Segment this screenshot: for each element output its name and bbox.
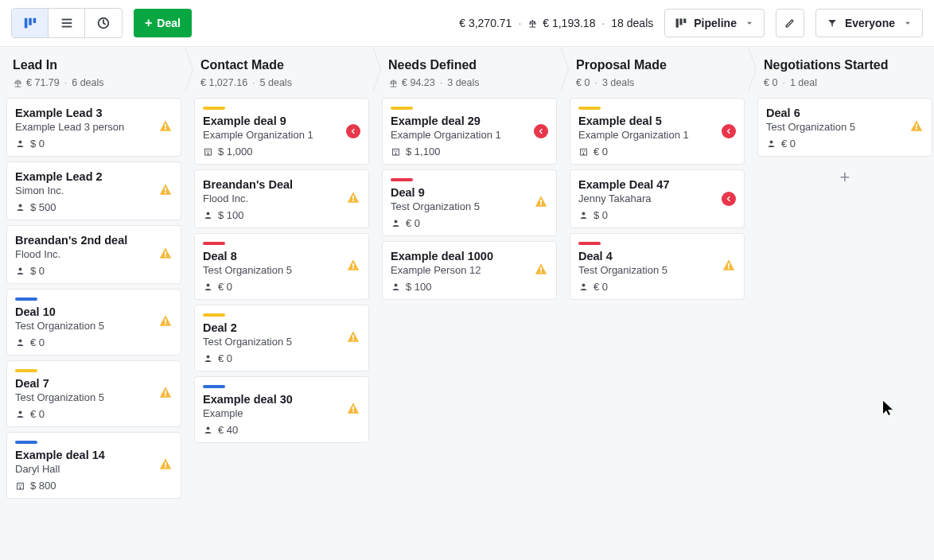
deal-amount: $ 0 — [30, 265, 45, 277]
deal-org: Test Organization 5 — [766, 121, 924, 133]
view-list-button[interactable] — [49, 9, 85, 37]
pipeline-label: Pipeline — [694, 17, 737, 29]
view-kanban-button[interactable] — [12, 9, 49, 37]
chevron-down-icon — [745, 18, 754, 28]
column-header[interactable]: Proposal Made€ 0·3 deals — [566, 47, 748, 96]
owner-label: Everyone — [845, 17, 895, 29]
deal-card[interactable]: Example deal 29Example Organization 1$ 1… — [382, 98, 557, 165]
deal-amount-row: € 0 — [203, 281, 360, 293]
deal-card[interactable]: Example Deal 47Jenny Takahara$ 0 — [570, 169, 745, 228]
person-icon — [15, 337, 25, 348]
priority-stripe — [203, 313, 225, 317]
overdue-badge[interactable] — [534, 124, 548, 138]
deal-card[interactable]: Example Lead 2Simon Inc.$ 500 — [6, 161, 181, 220]
overdue-badge[interactable] — [346, 124, 360, 138]
column-title: Needs Defined — [388, 58, 551, 72]
owner-filter[interactable]: Everyone — [815, 9, 923, 37]
deal-card[interactable]: Deal 2Test Organization 5€ 0 — [194, 305, 369, 371]
column-count: 3 deals — [602, 77, 634, 88]
deal-title: Example Lead 2 — [15, 170, 173, 183]
pipeline-column: Contact Made€ 1,027.16·5 dealsExample de… — [188, 47, 376, 560]
column-title: Lead In — [13, 58, 175, 72]
column-header[interactable]: Needs Defined€ 94.23·3 deals — [379, 47, 560, 96]
deal-amount: € 0 — [30, 408, 45, 420]
deal-org: Example Lead 3 person — [15, 121, 173, 133]
deal-title: Example deal 9 — [203, 115, 360, 127]
column-subtitle: € 0·3 deals — [576, 77, 738, 88]
add-deal-button[interactable]: + Deal — [134, 9, 192, 37]
deal-card[interactable]: Example deal 5Example Organization 1€ 0 — [570, 98, 745, 165]
edit-pipeline-button[interactable] — [776, 9, 804, 37]
deal-org: Test Organization 5 — [15, 320, 173, 332]
column-amount: € 71.79 — [26, 77, 60, 88]
deal-amount: $ 800 — [30, 480, 56, 492]
deal-card[interactable]: Example Lead 3Example Lead 3 person$ 0 — [6, 98, 181, 157]
warning-icon[interactable] — [158, 183, 173, 200]
column-header[interactable]: Contact Made€ 1,027.16·5 deals — [191, 47, 372, 96]
deal-card[interactable]: Example deal 14Daryl Hall$ 800 — [6, 432, 181, 499]
deal-org: Test Organization 5 — [203, 264, 360, 276]
deal-org: Jenny Takahara — [578, 192, 736, 204]
overdue-badge[interactable] — [722, 192, 736, 206]
warning-icon[interactable] — [909, 119, 924, 136]
priority-stripe — [15, 298, 37, 301]
scale-icon — [13, 78, 23, 88]
column-header[interactable]: Negotiations Started€ 0·1 deal — [754, 47, 934, 96]
summary-weighted: € 1,193.18 — [543, 17, 595, 29]
person-icon — [391, 282, 401, 292]
summary-total: € 3,270.71 — [459, 17, 512, 29]
warning-icon[interactable] — [346, 330, 360, 347]
deal-card[interactable]: Deal 4Test Organization 5€ 0 — [570, 233, 745, 300]
warning-icon[interactable] — [346, 402, 360, 418]
deal-title: Example deal 5 — [578, 115, 736, 127]
deal-card[interactable]: Deal 7Test Organization 5€ 0 — [6, 360, 181, 427]
deal-title: Deal 6 — [766, 107, 924, 119]
warning-icon[interactable] — [534, 262, 548, 279]
warning-icon[interactable] — [158, 386, 173, 402]
deal-amount-row: $ 100 — [391, 281, 548, 293]
view-forecast-button[interactable] — [85, 9, 122, 37]
deal-amount-row: € 0 — [15, 408, 173, 420]
add-deal-in-column[interactable]: + — [757, 161, 932, 193]
deal-amount: € 0 — [218, 281, 232, 293]
deal-card[interactable]: Deal 9Test Organization 5€ 0 — [382, 169, 557, 236]
column-count: 3 deals — [447, 77, 479, 88]
warning-icon[interactable] — [722, 259, 736, 275]
deal-title: Deal 8 — [203, 250, 360, 262]
overdue-badge[interactable] — [722, 124, 736, 138]
deal-card[interactable]: Example deal 9Example Organization 1$ 1,… — [194, 98, 369, 165]
deal-amount-row: $ 0 — [15, 138, 173, 150]
deal-card[interactable]: Deal 6Test Organization 5€ 0 — [757, 98, 932, 157]
pipeline-selector[interactable]: Pipeline — [664, 9, 765, 37]
column-cards: Example deal 9Example Organization 1$ 1,… — [191, 96, 372, 459]
toolbar: + Deal € 3,270.71 · € 1,193.18 · 18 deal… — [0, 0, 934, 47]
deal-card[interactable]: Breandan's 2nd dealFlood Inc.$ 0 — [6, 225, 181, 284]
deal-title: Deal 10 — [15, 305, 173, 318]
column-subtitle: € 0·1 deal — [764, 77, 926, 88]
warning-icon[interactable] — [158, 119, 173, 136]
warning-icon[interactable] — [534, 195, 548, 212]
plus-icon: + — [145, 17, 152, 29]
priority-stripe — [578, 242, 601, 245]
warning-icon[interactable] — [158, 457, 173, 474]
person-icon — [578, 282, 589, 292]
deal-amount: $ 100 — [406, 281, 432, 293]
deal-card[interactable]: Breandan's DealFlood Inc.$ 100 — [194, 169, 369, 228]
warning-icon[interactable] — [346, 259, 360, 275]
column-header[interactable]: Lead In€ 71.79·6 deals — [3, 47, 185, 96]
deal-card[interactable]: Example deal 1000Example Person 12$ 100 — [382, 241, 557, 300]
deal-title: Deal 2 — [203, 321, 360, 334]
deal-card[interactable]: Deal 10Test Organization 5€ 0 — [6, 289, 181, 356]
deal-card[interactable]: Deal 8Test Organization 5€ 0 — [194, 233, 369, 300]
org-icon — [203, 146, 213, 157]
warning-icon[interactable] — [158, 247, 173, 263]
person-icon — [578, 210, 589, 220]
deal-org: Flood Inc. — [15, 248, 173, 260]
deal-org: Test Organization 5 — [578, 264, 736, 276]
deal-card[interactable]: Example deal 30Example€ 40 — [194, 376, 369, 443]
deal-amount: $ 100 — [218, 209, 244, 221]
deal-amount-row: $ 0 — [578, 209, 736, 221]
warning-icon[interactable] — [346, 191, 360, 208]
deal-org: Test Organization 5 — [391, 200, 548, 212]
warning-icon[interactable] — [158, 314, 173, 331]
